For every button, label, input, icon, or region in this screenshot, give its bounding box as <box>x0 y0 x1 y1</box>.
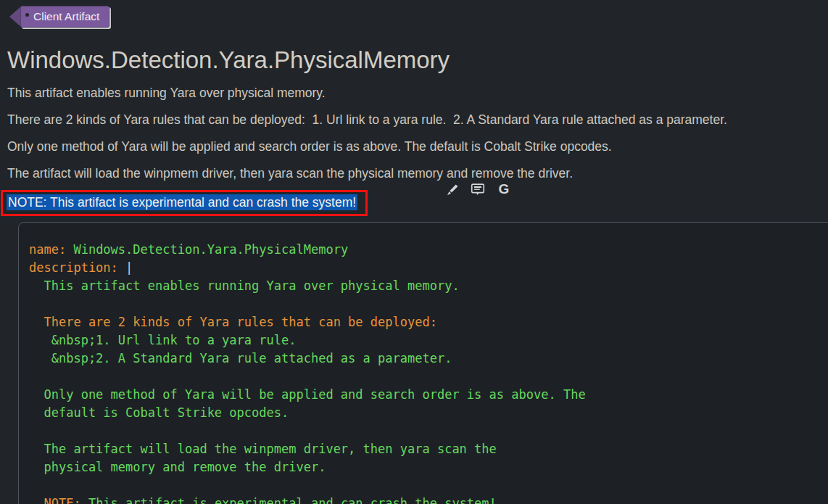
page-title: Windows.Detection.Yara.PhysicalMemory <box>7 46 450 75</box>
highlighter-icon[interactable] <box>444 181 460 197</box>
code-line: The artifact will load the winpmem drive… <box>29 440 821 458</box>
artifact-detail-page: { "badge": { "label": "Client Artifact" … <box>0 0 828 504</box>
artifact-type-badge: Client Artifact <box>9 6 109 28</box>
google-icon[interactable]: G <box>496 181 512 197</box>
badge-label: Client Artifact <box>33 10 99 23</box>
description-paragraph: Only one method of Yara will be applied … <box>7 138 612 156</box>
code-line: There are 2 kinds of Yara rules that can… <box>29 313 821 331</box>
code-line: physical memory and remove the driver. <box>29 458 821 476</box>
code-line: default is Cobalt Strike opcodes. <box>29 404 821 422</box>
note-annotation-box: NOTE: This artifact is experimental and … <box>1 190 368 216</box>
description-paragraph: The artifact will load the winpmem drive… <box>7 165 573 183</box>
code-line <box>29 476 821 495</box>
selection-toolbar: G <box>444 181 512 197</box>
code-line <box>29 422 821 440</box>
code-line: This artifact enables running Yara over … <box>29 277 821 295</box>
code-line <box>29 295 821 313</box>
code-line: description: | <box>29 259 821 277</box>
code-block: name: Windows.Detection.Yara.PhysicalMem… <box>18 222 828 504</box>
code-line: name: Windows.Detection.Yara.PhysicalMem… <box>29 241 821 259</box>
badge-body: Client Artifact <box>20 6 109 28</box>
badge-dot-icon <box>25 13 29 17</box>
description-paragraph: There are 2 kinds of Yara rules that can… <box>7 111 727 129</box>
code-line: Only one method of Yara will be applied … <box>29 386 821 404</box>
google-letter: G <box>499 181 510 197</box>
comment-icon[interactable] <box>470 181 486 197</box>
code-line <box>29 368 821 386</box>
code-line: NOTE: This artifact is experimental and … <box>29 495 821 504</box>
note-selected-text: NOTE: This artifact is experimental and … <box>7 194 357 210</box>
description-paragraph: This artifact enables running Yara over … <box>7 84 326 102</box>
code-line: &nbsp;2. A Standard Yara rule attached a… <box>29 350 821 368</box>
code-line: &nbsp;1. Url link to a yara rule. <box>29 331 821 350</box>
